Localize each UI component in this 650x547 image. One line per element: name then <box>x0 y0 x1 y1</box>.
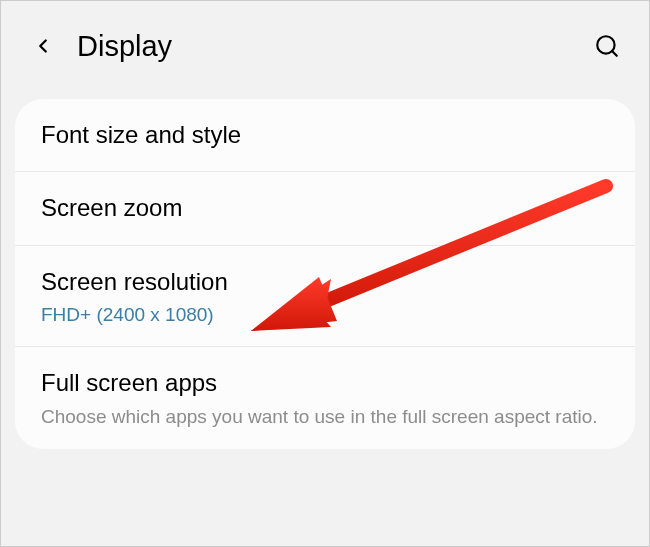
page-title: Display <box>77 30 589 63</box>
item-screen-resolution[interactable]: Screen resolution FHD+ (2400 x 1080) <box>15 246 635 347</box>
back-button[interactable] <box>25 28 61 64</box>
item-subtext: FHD+ (2400 x 1080) <box>41 304 609 326</box>
item-full-screen-apps[interactable]: Full screen apps Choose which apps you w… <box>15 347 635 449</box>
item-screen-zoom[interactable]: Screen zoom <box>15 172 635 245</box>
item-title: Screen resolution <box>41 266 609 298</box>
item-title: Screen zoom <box>41 192 609 224</box>
chevron-left-icon <box>32 35 54 57</box>
search-button[interactable] <box>589 28 625 64</box>
item-title: Font size and style <box>41 119 609 151</box>
header-bar: Display <box>1 1 649 91</box>
item-title: Full screen apps <box>41 367 609 399</box>
item-description: Choose which apps you want to use in the… <box>41 404 609 430</box>
svg-line-1 <box>612 51 617 56</box>
settings-card: Font size and style Screen zoom Screen r… <box>15 99 635 449</box>
search-icon <box>594 33 620 59</box>
item-font-size-and-style[interactable]: Font size and style <box>15 99 635 172</box>
